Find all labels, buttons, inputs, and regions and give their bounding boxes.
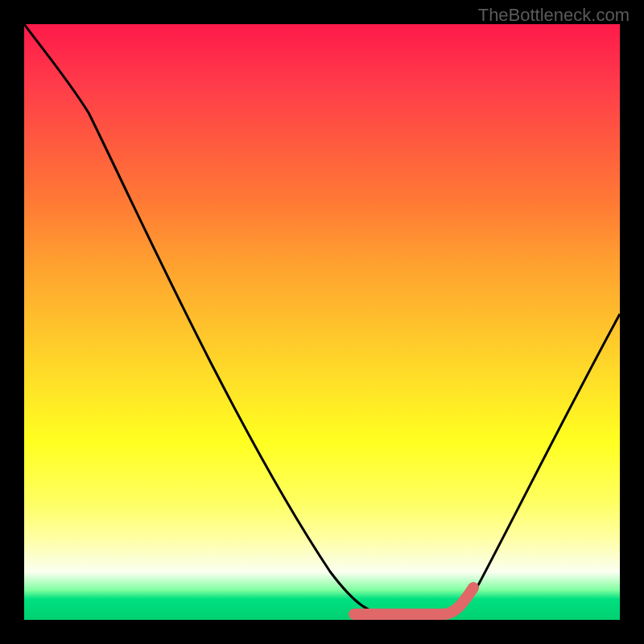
- bottleneck-curve: [24, 24, 620, 620]
- watermark-text: TheBottleneck.com: [478, 5, 630, 26]
- main-curve-path: [24, 24, 620, 616]
- plot-background: [24, 24, 620, 620]
- highlight-segment-path: [354, 588, 473, 614]
- chart-container: TheBottleneck.com: [0, 0, 644, 644]
